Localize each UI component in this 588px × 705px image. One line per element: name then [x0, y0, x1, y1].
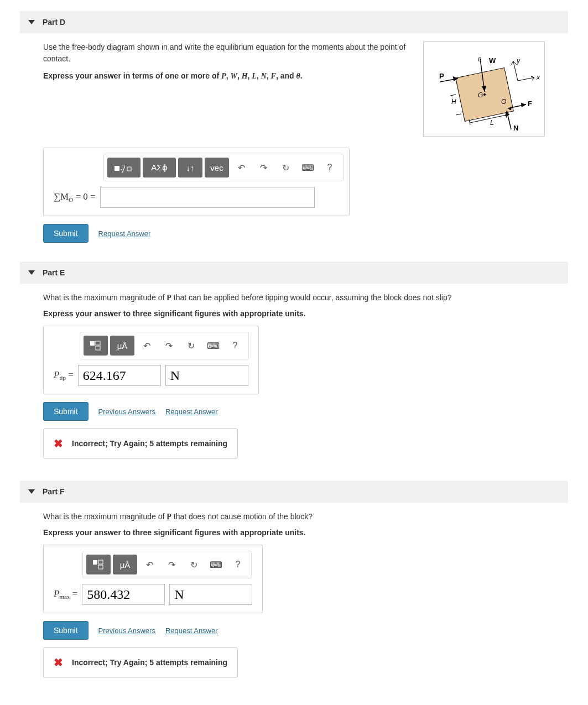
- part-e-title: Part E: [43, 268, 65, 277]
- value-toolbar: μÅ ↶ ↷ ↻ ⌨ ?: [82, 551, 252, 578]
- diagram-w-label: W: [489, 56, 496, 65]
- part-e-var-label: Ptip =: [54, 369, 74, 381]
- redo-icon[interactable]: ↷: [162, 555, 181, 575]
- part-f-title: Part F: [43, 487, 65, 496]
- diagram-y-label: y: [516, 57, 521, 65]
- svg-rect-31: [98, 565, 103, 569]
- part-f-value-input[interactable]: [82, 584, 165, 605]
- part-f-unit-input[interactable]: [169, 584, 252, 605]
- part-e-unit-input[interactable]: [165, 365, 248, 386]
- vec-button[interactable]: vec: [205, 158, 229, 177]
- diagram-f-label: F: [528, 100, 532, 108]
- part-e-value-input[interactable]: [78, 365, 161, 386]
- submit-button[interactable]: Submit: [43, 224, 89, 243]
- equation-toolbar: □ √ ΑΣϕ ↓↑ vec ↶ ↷ ↻ ⌨ ?: [103, 154, 344, 181]
- part-e-instruction: Express your answer to three significant…: [43, 309, 545, 318]
- svg-rect-26: [90, 341, 95, 346]
- templates-button[interactable]: [84, 336, 108, 356]
- part-d-answer-box: □ √ ΑΣϕ ↓↑ vec ↶ ↷ ↻ ⌨ ? ∑MO = 0 =: [43, 148, 350, 216]
- part-d-eq-label: ∑MO = 0 =: [54, 191, 96, 203]
- help-icon[interactable]: ?: [228, 555, 248, 575]
- collapse-icon: [28, 270, 35, 275]
- part-e-header[interactable]: Part E: [20, 262, 568, 284]
- templates-button[interactable]: [86, 555, 111, 575]
- collapse-icon: [28, 489, 35, 494]
- redo-icon[interactable]: ↷: [253, 158, 273, 177]
- help-icon[interactable]: ?: [320, 158, 340, 177]
- svg-rect-29: [93, 560, 97, 565]
- units-button[interactable]: μÅ: [113, 555, 137, 575]
- request-answer-link[interactable]: Request Answer: [165, 408, 218, 416]
- diagram-x-label: x: [536, 74, 540, 81]
- diagram-theta-label: θ: [478, 56, 481, 62]
- units-button[interactable]: μÅ: [110, 336, 134, 356]
- part-e-body: What is the maximum magnitude of P that …: [20, 292, 568, 469]
- svg-line-18: [456, 114, 461, 115]
- request-answer-link[interactable]: Request Answer: [98, 229, 151, 238]
- submit-button[interactable]: Submit: [43, 402, 89, 421]
- svg-line-4: [531, 76, 534, 77]
- diagram-p-label: P: [439, 72, 444, 80]
- submit-button[interactable]: Submit: [43, 621, 89, 640]
- incorrect-icon: ✖: [54, 437, 63, 450]
- undo-icon[interactable]: ↶: [137, 336, 157, 356]
- request-answer-link[interactable]: Request Answer: [165, 626, 218, 635]
- redo-icon[interactable]: ↷: [159, 336, 179, 356]
- reset-icon[interactable]: ↻: [184, 555, 204, 575]
- svg-line-7: [511, 61, 513, 65]
- diagram-n-label: N: [513, 124, 518, 132]
- diagram-o-label: O: [501, 98, 506, 106]
- greek-button[interactable]: ΑΣϕ: [143, 158, 176, 177]
- keyboard-icon[interactable]: ⌨: [298, 158, 318, 177]
- keyboard-icon[interactable]: ⌨: [206, 555, 226, 575]
- previous-answers-link[interactable]: Previous Answers: [98, 626, 155, 635]
- keyboard-icon[interactable]: ⌨: [203, 336, 223, 356]
- part-f-header[interactable]: Part F: [20, 481, 568, 503]
- part-d-prompt: Use the free-body diagram shown in and w…: [43, 41, 415, 137]
- diagram-l-label: L: [490, 119, 494, 127]
- svg-line-3: [518, 77, 534, 81]
- free-body-diagram: x y W θ P G O: [423, 41, 545, 137]
- collapse-icon: [28, 20, 35, 24]
- part-e-prompt: What is the maximum magnitude of P that …: [43, 292, 545, 304]
- part-f-instruction: Express your answer to three significant…: [43, 528, 545, 537]
- part-f-var-label: Pmax =: [54, 588, 77, 600]
- part-e-answer-box: μÅ ↶ ↷ ↻ ⌨ ? Ptip =: [43, 326, 259, 394]
- part-f-prompt: What is the maximum magnitude of P that …: [43, 511, 545, 523]
- svg-rect-25: [127, 167, 131, 171]
- arrows-button[interactable]: ↓↑: [178, 158, 202, 177]
- svg-text:√: √: [121, 165, 125, 174]
- part-f-body: What is the maximum magnitude of P that …: [20, 511, 568, 688]
- svg-rect-22: [115, 166, 119, 171]
- feedback-text: Incorrect; Try Again; 5 attempts remaini…: [72, 439, 227, 448]
- previous-answers-link[interactable]: Previous Answers: [98, 408, 155, 416]
- undo-icon[interactable]: ↶: [139, 555, 159, 575]
- part-d-prompt-text: Use the free-body diagram shown in and w…: [43, 41, 415, 65]
- svg-rect-28: [96, 346, 100, 350]
- diagram-h-label: H: [451, 98, 456, 106]
- svg-rect-30: [98, 560, 103, 564]
- part-d-equation-input[interactable]: [100, 187, 315, 208]
- part-d-title: Part D: [43, 18, 65, 27]
- part-f-answer-box: μÅ ↶ ↷ ↻ ⌨ ? Pmax =: [43, 545, 263, 613]
- templates-button[interactable]: □ √: [107, 158, 141, 177]
- part-d-body: Use the free-body diagram shown in and w…: [20, 41, 568, 262]
- feedback-incorrect: ✖ Incorrect; Try Again; 5 attempts remai…: [43, 647, 238, 677]
- reset-icon[interactable]: ↻: [181, 336, 201, 356]
- part-d-header[interactable]: Part D: [20, 11, 568, 33]
- svg-line-17: [450, 95, 456, 96]
- value-toolbar: μÅ ↶ ↷ ↻ ⌨ ?: [80, 332, 249, 359]
- incorrect-icon: ✖: [54, 656, 63, 669]
- reset-icon[interactable]: ↻: [275, 158, 295, 177]
- feedback-incorrect: ✖ Incorrect; Try Again; 5 attempts remai…: [43, 429, 238, 458]
- undo-icon[interactable]: ↶: [231, 158, 251, 177]
- svg-rect-27: [96, 341, 100, 345]
- help-icon[interactable]: ?: [225, 336, 245, 356]
- part-d-instruction: Express your answer in terms of one or m…: [43, 70, 415, 82]
- diagram-g-label: G: [478, 91, 483, 99]
- feedback-text: Incorrect; Try Again; 5 attempts remaini…: [72, 658, 227, 667]
